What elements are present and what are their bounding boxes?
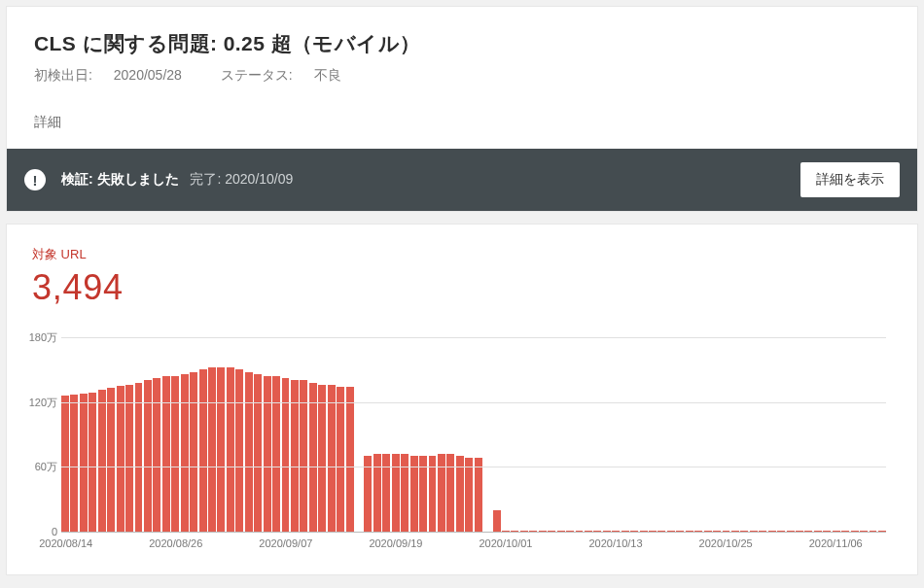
- chart-bar: [328, 385, 336, 532]
- chart-bar: [264, 376, 271, 532]
- chart-y-tick: 0: [22, 526, 57, 537]
- issue-header-card: CLS に関する問題: 0.25 超（モバイル） 初検出日: 2020/05/2…: [6, 6, 918, 149]
- details-heading: 詳細: [34, 114, 890, 131]
- chart-bar: [446, 454, 454, 532]
- chart-gridline: [61, 532, 886, 533]
- chart-y-tick: 120万: [22, 395, 57, 409]
- chart-bar: [61, 396, 69, 532]
- chart-bar: [373, 454, 381, 532]
- chart-bar: [235, 369, 243, 532]
- chart-bar: [107, 388, 115, 532]
- chart-bar: [300, 380, 307, 532]
- chart-bar: [117, 386, 124, 532]
- chart-bar: [337, 387, 344, 532]
- chart-bar: [227, 367, 234, 532]
- chart-bar: [346, 387, 354, 532]
- chart-gridline: [61, 402, 886, 403]
- chart-bar: [89, 393, 96, 532]
- chart-x-tick: 2020/10/25: [699, 537, 753, 549]
- chart-bar: [162, 376, 170, 532]
- chart-bar: [98, 390, 106, 532]
- completed-label: 完了:: [190, 171, 221, 187]
- chart-bar: [392, 454, 400, 532]
- chart-bar: [171, 376, 179, 532]
- show-details-button[interactable]: 詳細を表示: [800, 162, 900, 197]
- validation-status-left: ! 検証: 失敗しました 完了: 2020/10/09: [24, 169, 293, 190]
- chart-bar: [217, 367, 225, 532]
- chart-bar: [190, 372, 197, 532]
- verify-value: 失敗しました: [97, 171, 179, 187]
- chart-x-tick: 2020/10/13: [589, 537, 643, 549]
- chart-bar: [199, 369, 207, 532]
- chart-bar: [475, 458, 482, 532]
- first-detected-label: 初検出日:: [34, 67, 92, 83]
- page-title: CLS に関する問題: 0.25 超（モバイル）: [34, 30, 890, 57]
- metric-value: 3,494: [32, 267, 892, 308]
- chart-bar: [272, 376, 280, 532]
- chart-bar: [80, 394, 88, 532]
- chart-x-tick: 2020/09/19: [369, 537, 422, 549]
- chart-bar: [254, 374, 262, 532]
- chart-bar: [125, 385, 133, 532]
- chart-plot-area: 060万120万180万: [61, 337, 886, 532]
- validation-status-bar: ! 検証: 失敗しました 完了: 2020/10/09 詳細を表示: [6, 149, 918, 212]
- chart-bar: [382, 454, 390, 532]
- chart-bar: [318, 385, 326, 532]
- chart-bars: [61, 337, 886, 532]
- chart-gridline: [61, 467, 886, 467]
- chart-bar: [291, 380, 299, 532]
- chart-bar: [309, 383, 317, 532]
- issue-subline: 初検出日: 2020/05/28 ステータス: 不良: [34, 67, 890, 85]
- chart-x-tick: 2020/08/26: [149, 537, 202, 549]
- chart-x-tick: 2020/08/14: [39, 537, 92, 549]
- error-icon: !: [24, 169, 46, 190]
- first-detected-value: 2020/05/28: [114, 67, 182, 83]
- chart-bar: [135, 383, 143, 532]
- chart-x-tick: 2020/10/01: [479, 537, 532, 549]
- status-value: 不良: [314, 67, 341, 83]
- completed-value: 2020/10/09: [225, 171, 293, 187]
- status-label: ステータス:: [221, 67, 293, 83]
- chart-bar: [208, 367, 216, 532]
- chart-y-tick: 60万: [22, 460, 57, 474]
- verify-label: 検証:: [61, 171, 93, 187]
- chart-x-tick: 2020/09/07: [259, 537, 312, 549]
- chart-bar: [70, 395, 78, 532]
- metric-label: 対象 URL: [32, 246, 892, 263]
- chart-bar: [438, 454, 445, 532]
- chart-x-tick: 2020/11/06: [809, 537, 863, 549]
- chart-y-tick: 180万: [22, 330, 57, 345]
- chart-bar: [181, 374, 189, 532]
- chart-bar: [493, 510, 501, 532]
- chart-bar: [401, 454, 409, 532]
- chart-bar: [465, 458, 473, 532]
- chart-card: 対象 URL 3,494 060万120万180万 2020/08/142020…: [6, 224, 918, 575]
- chart-x-axis: 2020/08/142020/08/262020/09/072020/09/19…: [61, 537, 886, 567]
- chart-gridline: [61, 337, 886, 338]
- chart-bar: [144, 380, 152, 532]
- chart-bar: [245, 372, 253, 532]
